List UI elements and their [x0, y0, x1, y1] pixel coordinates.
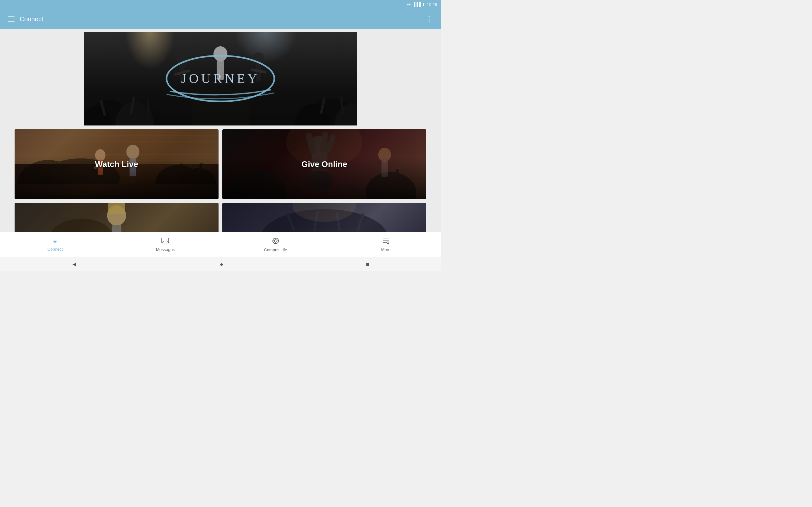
signal-icon: ▐▐▐ [413, 2, 421, 7]
give-online-label: Give Online [301, 159, 347, 169]
connect-nav-label: Connect [48, 247, 63, 251]
hero-section: JOURNEY [0, 29, 441, 129]
recents-button[interactable]: ■ [366, 261, 369, 268]
watch-live-label: Watch Live [95, 159, 138, 169]
campus-life-icon [272, 237, 279, 246]
hero-image[interactable]: JOURNEY [84, 32, 357, 125]
messages-icon [161, 238, 169, 246]
nav-item-campus-life[interactable]: Campus Life [220, 237, 331, 252]
cards-section: Watch Live [0, 129, 441, 232]
status-bar: ▾▾ ▐▐▐ ▮ 10:26 [0, 0, 441, 9]
more-nav-label: More [381, 247, 391, 252]
svg-point-61 [274, 239, 277, 242]
main-content: JOURNEY [0, 29, 441, 232]
messages-nav-label: Messages [156, 247, 175, 252]
svg-point-69 [387, 242, 389, 244]
bottom-nav: ✦ Connect Messages Campus Life More [0, 232, 441, 257]
home-button[interactable]: ● [220, 261, 223, 268]
nav-item-connect[interactable]: ✦ Connect [0, 238, 110, 251]
wifi-icon: ▾▾ [407, 2, 411, 7]
nav-item-messages[interactable]: Messages [110, 238, 221, 252]
connect-icon: ✦ [52, 238, 58, 245]
app-title: Connect [20, 15, 423, 23]
menu-icon[interactable] [5, 14, 17, 24]
svg-line-59 [166, 241, 169, 243]
nav-item-more[interactable]: More [331, 238, 441, 252]
card-3[interactable] [14, 203, 218, 232]
journey-logo-text: JOURNEY [181, 71, 259, 86]
svg-point-50 [50, 219, 113, 232]
cards-row-1: Watch Live [14, 129, 426, 199]
battery-icon: ▮ [422, 2, 425, 7]
svg-rect-49 [112, 225, 121, 232]
more-vert-icon[interactable]: ⋮ [423, 12, 436, 26]
campus-life-nav-label: Campus Life [264, 247, 287, 252]
card-4[interactable] [222, 203, 426, 232]
journey-logo: JOURNEY [163, 53, 277, 104]
app-bar: Connect ⋮ [0, 9, 441, 29]
cards-row-2 [14, 203, 426, 232]
sys-nav: ◄ ● ■ [0, 257, 441, 271]
status-time: 10:26 [426, 2, 437, 7]
back-button[interactable]: ◄ [71, 261, 77, 268]
give-online-card[interactable]: Give Online [222, 129, 426, 199]
watch-live-card[interactable]: Watch Live [14, 129, 218, 199]
more-icon [382, 238, 389, 246]
svg-line-58 [162, 241, 164, 243]
